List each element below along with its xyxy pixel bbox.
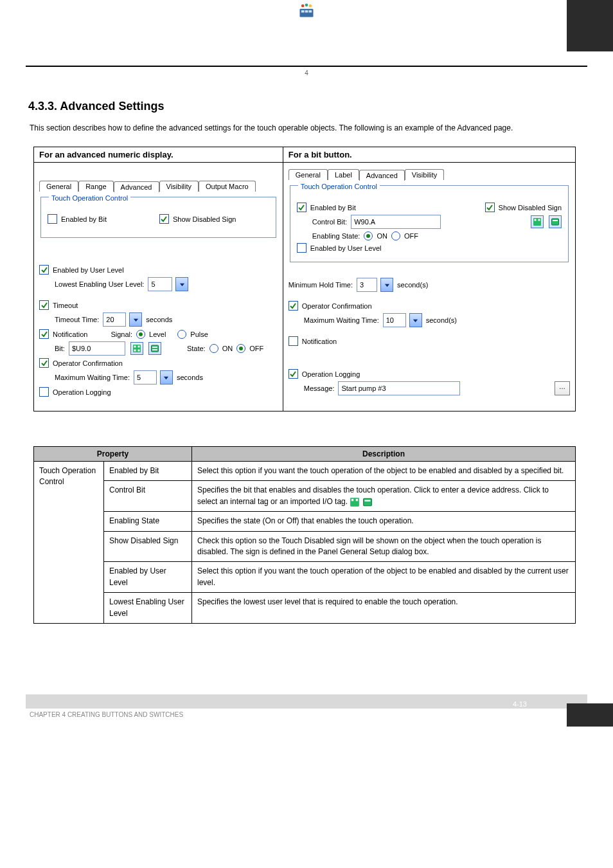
svg-point-6 [309, 5, 312, 8]
tab-visibility[interactable]: Visibility [405, 169, 445, 180]
operator-confirmation-checkbox[interactable] [39, 358, 49, 368]
max-wait-label: Maximum Waiting Time: [304, 316, 379, 324]
prop-desc: Specifies the lowest user level that is … [192, 593, 576, 624]
max-wait-seconds-label: second(s) [426, 316, 457, 324]
dropdown-arrow-icon[interactable] [380, 278, 393, 292]
svg-rect-12 [151, 345, 158, 352]
show-disabled-sign-checkbox[interactable] [159, 214, 169, 224]
keypad-icon [350, 497, 360, 507]
tab-range[interactable]: Range [78, 181, 113, 192]
property-description-table: Property Description Touch Operation Con… [33, 446, 576, 624]
svg-rect-9 [138, 346, 139, 348]
message-more-button[interactable]: … [555, 381, 570, 395]
notification-checkbox[interactable] [39, 329, 49, 339]
min-hold-input[interactable] [357, 278, 377, 292]
notification-label: Notification [53, 330, 87, 338]
state-on-radio[interactable] [209, 344, 218, 353]
dropdown-arrow-icon[interactable] [409, 313, 422, 327]
signal-pulse-radio[interactable] [177, 330, 186, 339]
timeout-time-label: Timeout Time: [55, 316, 99, 323]
svg-rect-14 [152, 349, 157, 350]
svg-point-4 [301, 5, 305, 8]
signal-level-radio[interactable] [136, 330, 145, 339]
right-header: For a bit button. [283, 147, 575, 163]
footer-chapter: CHAPTER 4 CREATING BUTTONS AND SWITCHES [30, 711, 613, 718]
show-disabled-sign-label: Show Disabled Sign [499, 204, 562, 212]
show-disabled-sign-checkbox[interactable] [485, 203, 495, 212]
timeout-time-input[interactable] [103, 312, 126, 327]
page-number: 4-13 [513, 700, 527, 708]
svg-rect-23 [364, 498, 372, 505]
left-tabs: General Range Advanced Visibility Output… [39, 181, 278, 192]
notification-label: Notification [302, 338, 337, 345]
svg-rect-13 [152, 347, 157, 348]
timeout-seconds-label: seconds [146, 316, 172, 323]
tab-visibility[interactable]: Visibility [159, 181, 199, 192]
enabling-state-on-radio[interactable] [364, 231, 373, 240]
app-icon [296, 0, 317, 21]
keypad-icon[interactable] [531, 215, 544, 228]
prop-name: Control Bit [104, 481, 192, 512]
prop-desc: Select this option if you want the touch… [192, 562, 576, 593]
enabled-by-bit-checkbox[interactable] [48, 214, 57, 224]
operation-logging-checkbox[interactable] [289, 369, 298, 379]
control-bit-input[interactable] [351, 215, 441, 229]
enabled-by-user-level-checkbox[interactable] [297, 243, 306, 253]
tab-label[interactable]: Label [328, 169, 359, 180]
dropdown-arrow-icon[interactable] [175, 277, 188, 291]
svg-rect-1 [301, 10, 305, 13]
state-label: State: [187, 345, 206, 352]
tab-general[interactable]: General [289, 169, 328, 180]
operation-logging-checkbox[interactable] [39, 387, 49, 397]
prop-group: Touch Operation Control [34, 462, 104, 624]
enabling-state-off-label: OFF [404, 232, 418, 240]
enabled-by-bit-label: Enabled by Bit [310, 204, 356, 212]
state-off-label: OFF [249, 345, 263, 352]
enabled-by-bit-checkbox[interactable] [297, 203, 306, 212]
keypad-icon[interactable] [130, 342, 143, 355]
table-row: Touch Operation Control Enabled by Bit S… [34, 462, 576, 481]
lowest-level-input[interactable] [148, 277, 172, 291]
svg-rect-11 [138, 350, 139, 352]
table-row: Enabling State Specifies the state (On o… [34, 512, 576, 531]
svg-rect-16 [535, 219, 537, 221]
section-title: 4.3.3. Advanced Settings [28, 100, 613, 113]
lowest-level-label: Lowest Enabling User Level: [55, 280, 144, 288]
prop-name: Enabled by Bit [104, 462, 192, 481]
enabling-state-off-radio[interactable] [391, 231, 400, 240]
table-row: Control Bit Specifies the bit that enabl… [34, 481, 576, 512]
state-off-radio[interactable] [236, 344, 245, 353]
table-row: Enabled by User Level Select this option… [34, 562, 576, 593]
signal-level-label: Level [149, 330, 166, 338]
prop-header-description: Description [192, 447, 576, 462]
signal-label: Signal: [111, 330, 132, 338]
dropdown-arrow-icon[interactable] [129, 312, 142, 327]
prop-desc: Select this option if you want the touch… [192, 462, 576, 481]
tab-general[interactable]: General [39, 181, 78, 192]
operator-confirmation-checkbox[interactable] [289, 301, 298, 311]
tag-icon[interactable] [549, 215, 562, 228]
prop-name: Lowest Enabling User Level [104, 593, 192, 624]
tab-output-macro[interactable]: Output Macro [199, 181, 256, 192]
tag-icon[interactable] [148, 342, 161, 355]
tab-advanced[interactable]: Advanced [359, 170, 405, 181]
enabling-state-on-label: ON [377, 232, 387, 240]
operation-logging-label: Operation Logging [302, 370, 360, 378]
tab-advanced[interactable]: Advanced [114, 181, 159, 192]
svg-rect-8 [134, 346, 136, 348]
svg-rect-3 [309, 10, 312, 13]
bit-input[interactable] [69, 341, 125, 356]
table-row: Lowest Enabling User Level Specifies the… [34, 593, 576, 624]
notification-checkbox[interactable] [289, 336, 298, 346]
tag-icon [362, 497, 373, 507]
message-input[interactable] [338, 381, 460, 395]
right-tabs: General Label Advanced Visibility [289, 169, 570, 180]
max-wait-input[interactable] [383, 313, 406, 327]
enabled-by-user-level-checkbox[interactable] [39, 265, 49, 275]
dropdown-arrow-icon[interactable] [160, 370, 173, 384]
section-description: This section describes how to define the… [30, 122, 574, 134]
timeout-checkbox[interactable] [39, 300, 49, 310]
min-hold-label: Minimum Hold Time: [289, 281, 353, 289]
table-row: Show Disabled Sign Check this option so … [34, 531, 576, 562]
max-wait-input[interactable] [134, 370, 157, 384]
